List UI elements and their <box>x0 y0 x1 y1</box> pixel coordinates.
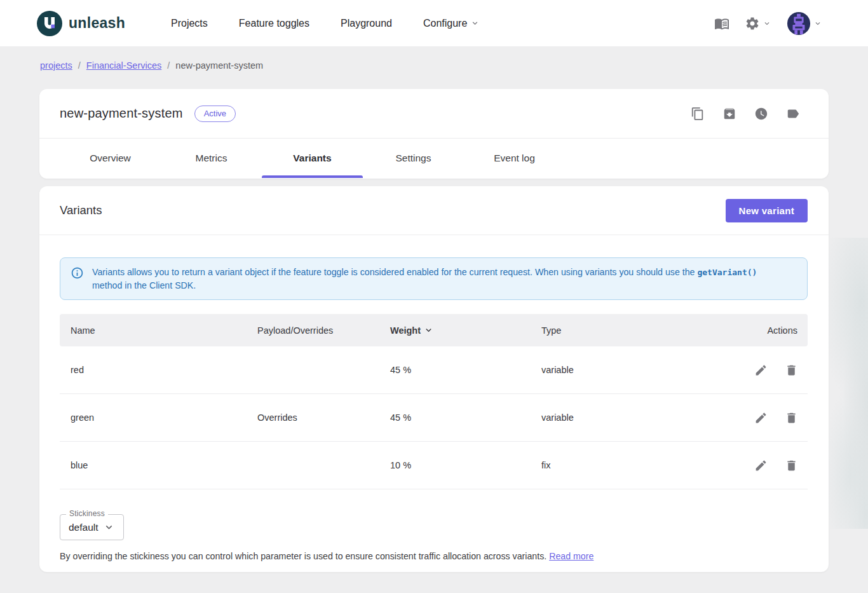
status-badge: Active <box>194 106 236 122</box>
variants-header: Variants New variant <box>39 186 829 235</box>
table-row: blue 10 % fix <box>60 442 808 489</box>
delete-icon <box>785 411 798 425</box>
variant-type: variable <box>533 412 743 423</box>
section-title: Variants <box>60 203 102 217</box>
breadcrumb-current: new-payment-system <box>175 60 263 71</box>
edit-icon <box>754 364 768 377</box>
delete-variant-button[interactable] <box>785 411 798 425</box>
stickiness-select[interactable]: Stickiness default <box>60 514 124 540</box>
edit-variant-button[interactable] <box>754 411 768 425</box>
table-row: red 45 % variable <box>60 346 808 394</box>
delete-icon <box>785 364 798 377</box>
new-variant-button[interactable]: New variant <box>726 199 808 222</box>
nav-playground[interactable]: Playground <box>341 18 392 29</box>
page-title: new-payment-system <box>60 106 183 121</box>
feature-title-row: new-payment-system Active <box>39 89 829 139</box>
feature-header-card: new-payment-system Active <box>39 89 829 179</box>
edit-variant-button[interactable] <box>754 364 768 377</box>
sort-chevron-down-icon <box>423 325 434 336</box>
docs-icon <box>714 16 729 31</box>
tab-settings[interactable]: Settings <box>363 139 464 178</box>
stickiness-value: default <box>69 522 98 533</box>
feature-actions <box>691 107 800 121</box>
tag-button[interactable] <box>786 107 800 121</box>
chevron-down-icon <box>763 19 771 28</box>
feature-tabs: Overview Metrics Variants Settings Event… <box>39 139 829 178</box>
tag-icon <box>786 107 800 121</box>
column-header-actions: Actions <box>743 325 808 336</box>
stickiness-description: By overriding the stickiness you can con… <box>60 551 808 561</box>
breadcrumb-projects[interactable]: projects <box>40 60 72 71</box>
code-snippet: getVariant() <box>697 268 757 277</box>
column-header-name: Name <box>60 325 247 336</box>
nav-feature-toggles[interactable]: Feature toggles <box>239 18 309 29</box>
main-nav: Projects Feature toggles Playground Conf… <box>171 18 480 29</box>
breadcrumb: projects / Financial-Services / new-paym… <box>40 60 263 71</box>
chevron-down-icon <box>103 521 115 533</box>
top-navbar: unleash Projects Feature toggles Playgro… <box>0 0 868 47</box>
variant-name: green <box>60 412 247 423</box>
variants-card: Variants New variant Variants allows you… <box>39 186 829 572</box>
navbar-right-actions <box>714 11 822 36</box>
breadcrumb-separator: / <box>167 60 170 71</box>
stickiness-label: Stickiness <box>66 509 108 518</box>
unleash-logo[interactable]: unleash <box>37 11 125 36</box>
variant-name: blue <box>60 460 247 470</box>
tab-variants[interactable]: Variants <box>262 139 363 178</box>
delete-icon <box>785 459 798 472</box>
delete-variant-button[interactable] <box>785 364 798 377</box>
column-header-type: Type <box>533 325 743 336</box>
breadcrumb-project[interactable]: Financial-Services <box>86 60 161 71</box>
info-icon <box>71 266 84 292</box>
variants-table: Name Payload/Overrides Weight Type Actio… <box>60 314 808 489</box>
breadcrumb-separator: / <box>78 60 81 71</box>
background-texture <box>827 238 868 529</box>
settings-menu-button[interactable] <box>745 16 771 31</box>
column-header-payload: Payload/Overrides <box>247 325 381 336</box>
nav-configure-label: Configure <box>423 18 467 29</box>
archive-icon <box>722 107 736 121</box>
variant-weight: 45 % <box>381 412 533 423</box>
column-header-weight-sort[interactable]: Weight <box>390 325 434 336</box>
profile-menu-button[interactable] <box>787 11 822 36</box>
edit-icon <box>754 411 768 425</box>
history-button[interactable] <box>754 107 768 121</box>
tab-metrics[interactable]: Metrics <box>161 139 262 178</box>
delete-variant-button[interactable] <box>785 459 798 472</box>
nav-configure[interactable]: Configure <box>423 18 480 29</box>
info-alert-text: Variants allows you to return a variant … <box>92 266 757 292</box>
table-row: green Overrides 45 % variable <box>60 394 808 442</box>
variant-weight: 10 % <box>381 460 533 470</box>
variant-weight: 45 % <box>381 365 533 375</box>
tab-event-log[interactable]: Event log <box>464 139 565 178</box>
archive-feature-button[interactable] <box>722 107 736 121</box>
brand-name: unleash <box>69 15 125 32</box>
copy-feature-button[interactable] <box>691 107 705 121</box>
variant-payload: Overrides <box>247 412 381 423</box>
docs-button[interactable] <box>714 16 729 31</box>
history-icon <box>754 107 768 121</box>
variant-name: red <box>60 365 247 375</box>
edit-icon <box>754 459 768 472</box>
read-more-link[interactable]: Read more <box>549 551 593 561</box>
nav-projects[interactable]: Projects <box>171 18 208 29</box>
settings-icon <box>745 16 760 31</box>
info-alert: Variants allows you to return a variant … <box>60 257 808 300</box>
copy-icon <box>691 107 705 121</box>
tab-overview[interactable]: Overview <box>60 139 161 178</box>
edit-variant-button[interactable] <box>754 459 768 472</box>
chevron-down-icon <box>470 18 480 28</box>
table-header-row: Name Payload/Overrides Weight Type Actio… <box>60 314 808 346</box>
user-avatar <box>787 11 811 36</box>
chevron-down-icon <box>813 19 822 28</box>
unleash-logo-icon <box>37 11 62 36</box>
variant-type: fix <box>533 460 743 470</box>
variant-type: variable <box>533 365 743 375</box>
